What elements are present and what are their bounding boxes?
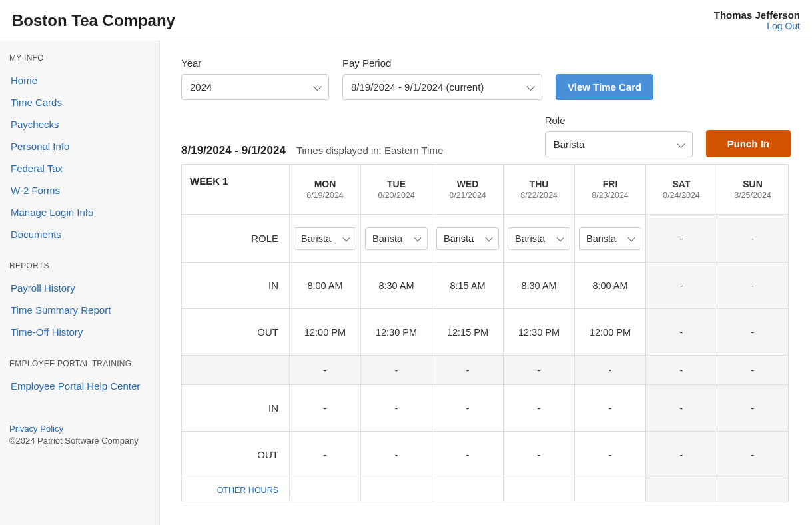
day-abbr: SAT <box>673 179 691 189</box>
cell-value: - <box>538 365 541 376</box>
other-hours-link[interactable]: OTHER HOURS <box>190 486 281 495</box>
timecard-cell: Barista <box>432 215 504 262</box>
timecard-cell: - <box>717 262 788 308</box>
timecard-row: ------- <box>182 355 788 384</box>
timecard-cell: - <box>717 215 788 262</box>
timecard-cell: Barista <box>504 215 575 262</box>
cell-value: - <box>680 327 683 338</box>
timecard-cell: - <box>646 262 717 308</box>
timecard-cell: 12:00 PM <box>575 309 646 355</box>
cell-role-select[interactable]: Barista <box>436 227 499 250</box>
cell-value: - <box>680 280 683 291</box>
timecard-cell <box>290 478 361 502</box>
sidebar-section: REPORTSPayroll HistoryTime Summary Repor… <box>9 261 150 343</box>
cell-value: - <box>609 450 612 460</box>
row-label: IN <box>190 402 281 414</box>
sidebar-link[interactable]: Time Cards <box>9 91 150 113</box>
week-label-cell: WEEK 1 <box>182 165 290 214</box>
cell-value: 8:00 AM <box>592 280 627 291</box>
row-label: OUT <box>190 449 281 460</box>
cell-value: - <box>538 450 541 460</box>
timecard-table: WEEK 1MON8/19/2024TUE8/20/2024WED8/21/20… <box>181 164 789 502</box>
cell-value: 12:15 PM <box>447 327 488 338</box>
timecard-cell: - <box>361 356 432 384</box>
cell-value: - <box>395 365 398 376</box>
cell-value: 8:30 AM <box>521 280 556 291</box>
sidebar-link[interactable]: Documents <box>9 223 150 245</box>
timecard-cell: 8:15 AM <box>432 262 504 308</box>
timecard-cell: - <box>646 356 717 384</box>
timecard-cell <box>575 478 646 502</box>
main-content: Year 2024 Pay Period 8/19/2024 - 9/1/202… <box>160 41 812 525</box>
year-value: 2024 <box>190 81 212 93</box>
sidebar-link[interactable]: Personal Info <box>9 135 150 157</box>
cell-value: 8:00 AM <box>307 280 342 291</box>
day-date: 8/19/2024 <box>306 191 344 200</box>
timecard-cell: - <box>290 432 361 478</box>
timecard-cell: - <box>646 432 717 478</box>
row-label: IN <box>190 280 281 291</box>
sidebar-link[interactable]: Time-Off History <box>9 321 150 343</box>
sidebar-section-title: EMPLOYEE PORTAL TRAINING <box>9 359 150 368</box>
sidebar-link[interactable]: Home <box>9 69 150 91</box>
cell-value: - <box>680 365 683 376</box>
cell-value: - <box>466 403 470 414</box>
sidebar-section: MY INFOHomeTime CardsPaychecksPersonal I… <box>9 53 150 245</box>
date-range: 8/19/2024 - 9/1/2024 <box>181 144 286 157</box>
sidebar-section-title: MY INFO <box>9 53 150 63</box>
timecard-cell: - <box>432 356 504 384</box>
sidebar-link[interactable]: Payroll History <box>9 277 150 299</box>
period-select[interactable]: 8/19/2024 - 9/1/2024 (current) <box>342 74 542 100</box>
row-label-cell <box>182 356 290 384</box>
sidebar-link[interactable]: W-2 Forms <box>9 179 150 201</box>
sidebar-link[interactable]: Federal Tax <box>9 157 150 179</box>
sidebar-link[interactable]: Manage Login Info <box>9 201 150 223</box>
day-date: 8/25/2024 <box>734 191 771 200</box>
cell-value: - <box>538 403 541 414</box>
cell-value: - <box>609 403 612 414</box>
year-select[interactable]: 2024 <box>181 74 329 100</box>
cell-role-select[interactable]: Barista <box>365 227 428 250</box>
timecard-cell: - <box>504 432 575 478</box>
timecard-cell: - <box>290 356 361 384</box>
cell-role-select[interactable]: Barista <box>508 227 570 250</box>
day-abbr: MON <box>314 179 336 189</box>
day-header: SAT8/24/2024 <box>646 165 717 214</box>
timecard-cell: - <box>717 432 788 478</box>
meta-row: 8/19/2024 - 9/1/2024 Times displayed in:… <box>181 115 791 157</box>
sidebar-link[interactable]: Paychecks <box>9 113 150 135</box>
cell-role-select[interactable]: Barista <box>579 227 641 250</box>
user-name: Thomas Jefferson <box>714 9 800 21</box>
sidebar-footer: Privacy Policy©2024 Patriot Software Com… <box>9 424 150 447</box>
sidebar-link[interactable]: Time Summary Report <box>9 299 150 321</box>
punch-in-button[interactable]: Punch In <box>706 130 791 157</box>
timecard-row: IN8:00 AM8:30 AM8:15 AM8:30 AM8:00 AM-- <box>182 262 788 308</box>
timecard-cell: - <box>432 432 504 478</box>
cell-role-select[interactable]: Barista <box>294 227 356 250</box>
cell-value: - <box>324 403 327 414</box>
timecard-cell: - <box>717 385 788 431</box>
day-header: THU8/22/2024 <box>504 165 575 214</box>
cell-value: - <box>680 403 683 414</box>
row-label-cell: OUT <box>182 432 290 478</box>
timecard-cell: 8:00 AM <box>290 262 361 308</box>
timecard-cell: - <box>575 356 646 384</box>
row-label: ROLE <box>190 233 281 244</box>
timecard-cell: - <box>504 356 575 384</box>
other-hours-label-cell: OTHER HOURS <box>182 478 290 502</box>
view-timecard-button[interactable]: View Time Card <box>556 74 653 100</box>
sidebar-link[interactable]: Employee Portal Help Center <box>9 375 150 397</box>
timecard-cell: - <box>290 385 361 431</box>
row-label-cell: ROLE <box>182 215 290 262</box>
timecard-cell: 8:30 AM <box>361 262 432 308</box>
day-header: SUN8/25/2024 <box>717 165 788 214</box>
role-select[interactable]: Barista <box>545 131 693 157</box>
logout-link[interactable]: Log Out <box>714 21 800 31</box>
timezone-note: Times displayed in: Eastern Time <box>296 145 443 156</box>
timecard-cell: - <box>646 215 717 262</box>
timecard-cell: - <box>504 385 575 431</box>
privacy-policy-link[interactable]: Privacy Policy <box>9 424 150 434</box>
timecard-cell <box>646 478 717 502</box>
company-name: Boston Tea Company <box>12 11 175 30</box>
day-header: FRI8/23/2024 <box>575 165 646 214</box>
